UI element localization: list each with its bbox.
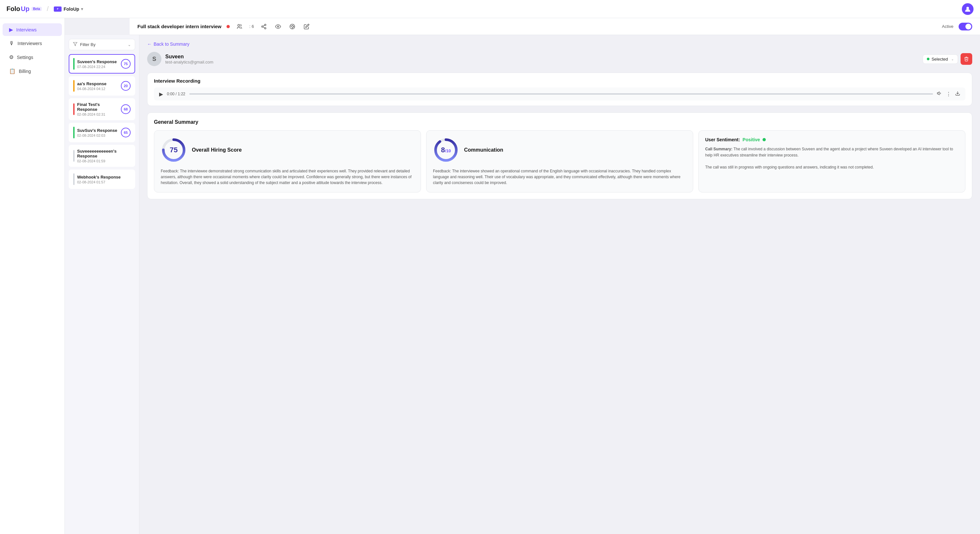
- score-top: 75 Overall Hiring Score: [161, 137, 414, 163]
- eye-icon[interactable]: [274, 22, 283, 31]
- sentiment-label: User Sentiment:: [705, 137, 740, 142]
- play-button[interactable]: ▶: [159, 91, 163, 97]
- responses-panel: Filter By ⌄ Suveen's Response 07-08-2024…: [65, 35, 139, 534]
- overall-score-value: 75: [170, 146, 178, 154]
- more-options-icon[interactable]: ⋮: [946, 91, 951, 97]
- time-display: 0:00 / 1:22: [167, 92, 185, 96]
- svg-point-2: [264, 24, 266, 25]
- filter-chevron-icon: ⌄: [128, 43, 131, 47]
- response-card-1[interactable]: aa's Response 04-08-2024 04:12 20: [69, 76, 135, 95]
- response-color-indicator: [73, 103, 75, 115]
- participants-icon[interactable]: [235, 22, 244, 31]
- response-card-5[interactable]: Webhook's Response 02-08-2024 01:57: [69, 170, 135, 189]
- audio-player: ▶ 0:00 / 1:22 ⋮: [154, 87, 966, 100]
- communication-label: Communication: [464, 147, 503, 153]
- download-icon[interactable]: [955, 91, 960, 97]
- response-score-2: 68: [121, 104, 130, 114]
- candidate-email: test-analytics@gmail.com: [165, 60, 919, 65]
- filter-bar[interactable]: Filter By ⌄: [69, 39, 135, 50]
- positive-dot-icon: [762, 138, 766, 141]
- overall-score-feedback: Feedback: The interviewee demonstrated s…: [161, 168, 414, 186]
- general-summary-section: General Summary: [147, 113, 972, 199]
- communication-label-wrap: Communication: [464, 147, 503, 153]
- beta-badge: Beta: [32, 7, 42, 11]
- response-info: SuvSuv's Response 02-08-2024 02:03: [77, 128, 118, 137]
- palette-icon[interactable]: [288, 22, 297, 31]
- content-area: Full stack developer intern interview : …: [65, 18, 980, 534]
- nav-brand[interactable]: F FoloUp ▾: [54, 6, 83, 12]
- svg-point-12: [292, 27, 293, 28]
- response-info: Final Test's Response 02-08-2024 02:31: [77, 102, 118, 116]
- response-color-indicator: [73, 173, 75, 185]
- toggle-knob: [966, 24, 971, 30]
- interview-title: Full stack developer intern interview: [137, 24, 221, 29]
- response-info: Suveen's Response 07-08-2024 22:24: [77, 59, 118, 69]
- sidebar-item-settings[interactable]: ⚙ Settings: [3, 51, 62, 64]
- response-color-indicator: [73, 150, 75, 162]
- live-status-dot: [226, 25, 230, 28]
- sidebar-item-interviews[interactable]: ▶ Interviews: [3, 23, 62, 36]
- back-to-summary-link[interactable]: ← Back to Summary: [147, 41, 972, 47]
- chevron-down-icon: ▾: [81, 7, 83, 11]
- svg-point-4: [264, 27, 266, 29]
- svg-line-5: [263, 27, 264, 28]
- play-icon: ▶: [9, 27, 13, 33]
- scores-grid: 75 Overall Hiring Score Feedback: The in…: [154, 130, 966, 192]
- candidate-name: Suveen: [165, 54, 919, 60]
- call-summary-label: Call Summary: The call involved a discus…: [705, 146, 959, 159]
- audio-progress-bar[interactable]: [189, 93, 933, 95]
- share-icon[interactable]: [259, 22, 268, 31]
- section-title: General Summary: [154, 119, 966, 125]
- response-card-3[interactable]: SuvSuv's Response 02-08-2024 02:03 65: [69, 123, 135, 142]
- candidate-header: S Suveen test-analytics@gmail.com Select…: [147, 52, 972, 66]
- response-info: Suveeeeeeeeeeen's Response 02-08-2024 01…: [77, 149, 130, 163]
- billing-icon: 📋: [9, 68, 16, 74]
- volume-icon[interactable]: [937, 91, 942, 97]
- response-card-4[interactable]: Suveeeeeeeeeeen's Response 02-08-2024 01…: [69, 145, 135, 167]
- recording-title: Interview Recording: [154, 78, 966, 84]
- detail-panel: ← Back to Summary S Suveen test-analytic…: [139, 35, 980, 534]
- nav-separator: /: [47, 5, 49, 13]
- gear-icon: ⚙: [9, 54, 14, 60]
- delete-button[interactable]: [961, 53, 972, 65]
- status-dropdown[interactable]: Selected ⌄: [923, 54, 958, 64]
- overall-score-label: Overall Hiring Score: [192, 147, 242, 153]
- candidate-avatar: S: [147, 52, 161, 66]
- sentiment-card: User Sentiment: Positive Call Summary: T…: [698, 130, 966, 192]
- communication-score-card: 8/10 Communication Feedback: The intervi…: [426, 130, 693, 192]
- edit-icon[interactable]: [302, 22, 311, 31]
- sidebar-item-billing[interactable]: 📋 Billing: [3, 65, 62, 78]
- sidebar-item-interviewers[interactable]: 🎙 Interviewers: [3, 37, 62, 49]
- response-score-1: 20: [121, 81, 130, 91]
- svg-point-9: [291, 25, 292, 26]
- response-card-0[interactable]: Suveen's Response 07-08-2024 22:24 75: [69, 54, 135, 73]
- candidate-info: Suveen test-analytics@gmail.com: [165, 54, 919, 65]
- active-toggle[interactable]: [959, 23, 972, 30]
- overall-score-card: 75 Overall Hiring Score Feedback: The in…: [154, 130, 421, 192]
- response-score-3: 65: [121, 128, 130, 137]
- response-card-2[interactable]: Final Test's Response 02-08-2024 02:31 6…: [69, 98, 135, 120]
- interview-header: Full stack developer intern interview : …: [130, 18, 980, 35]
- overall-score-label-wrap: Overall Hiring Score: [192, 147, 242, 153]
- participants-count: : 6: [249, 24, 254, 29]
- response-color-indicator: [73, 80, 75, 92]
- top-nav: FoloUp Beta / F FoloUp ▾: [0, 0, 980, 18]
- communication-feedback: Feedback: The interviewee showed an oper…: [433, 168, 686, 186]
- svg-point-1: [238, 24, 240, 26]
- communication-score-circle: 8/10: [433, 137, 459, 163]
- sidebar: ▶ Interviews 🎙 Interviewers ⚙ Settings 📋…: [0, 18, 65, 534]
- response-color-indicator: [73, 127, 75, 138]
- svg-point-11: [293, 26, 294, 27]
- status-green-dot: [927, 58, 929, 60]
- user-avatar[interactable]: [962, 3, 974, 15]
- score-top: 8/10 Communication: [433, 137, 686, 163]
- svg-point-10: [292, 25, 293, 25]
- brand-logo-icon: F: [54, 6, 62, 12]
- svg-line-6: [263, 25, 264, 26]
- sentiment-row: User Sentiment: Positive: [705, 137, 959, 142]
- status-select-wrapper: Selected ⌄: [923, 53, 972, 65]
- svg-point-0: [966, 7, 969, 10]
- svg-point-7: [277, 25, 279, 27]
- sentiment-value: Positive: [743, 137, 760, 142]
- filter-label: Filter By: [80, 42, 95, 47]
